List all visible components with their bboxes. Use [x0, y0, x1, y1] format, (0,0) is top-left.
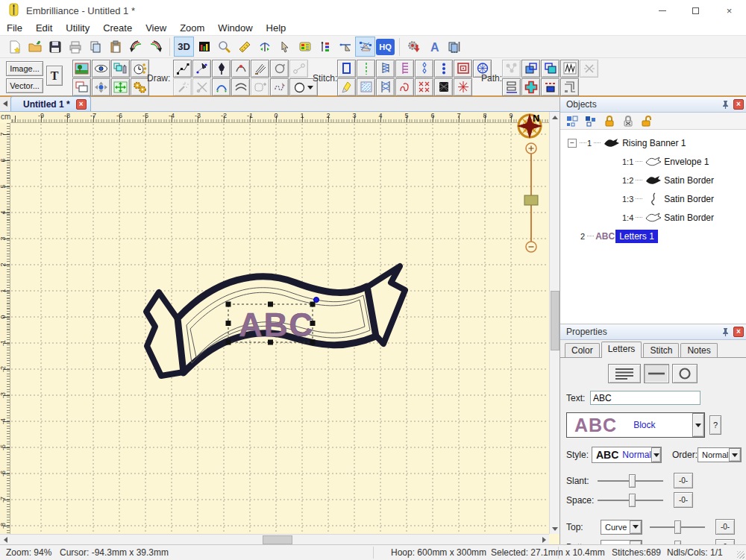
cross-stitch-button[interactable] [415, 78, 433, 96]
space-slider-thumb[interactable] [629, 494, 636, 507]
visibility-eye-button[interactable] [92, 60, 110, 78]
undo-button[interactable] [125, 37, 145, 57]
horizontal-scrollbar[interactable] [0, 534, 549, 544]
space-slider[interactable] [598, 494, 663, 507]
run-stitch-button[interactable] [357, 60, 375, 78]
knife-tool-button[interactable] [251, 60, 269, 78]
star-fill-button[interactable] [454, 78, 472, 96]
document-tab[interactable]: Untitled 1 * × [10, 96, 91, 111]
vertical-scrollbar[interactable] [549, 112, 560, 534]
machine-formats-button[interactable] [295, 37, 315, 57]
minimize-button[interactable] [645, 0, 679, 21]
outline-stitch-button[interactable] [337, 60, 356, 78]
design-canvas[interactable]: cm -9-8-7-6-5-4-3-2-10123456789 76543210… [0, 112, 560, 544]
meander-fill-button[interactable] [395, 78, 414, 96]
objects-close-button[interactable]: × [733, 99, 744, 110]
break-apart-button[interactable] [580, 60, 598, 78]
print-button[interactable] [65, 37, 85, 57]
unlock-button[interactable] [639, 114, 655, 128]
scroll-left-button[interactable] [0, 535, 10, 544]
zoom-magnifier-button[interactable] [214, 37, 234, 57]
design-letters[interactable]: ABC [239, 306, 314, 343]
menu-help[interactable]: Help [260, 22, 293, 34]
polyline-tool-button[interactable] [173, 60, 192, 78]
circle-layout-button[interactable] [672, 364, 698, 383]
tree-item-envelope-1[interactable]: 1:1Envelope 1 [595, 152, 746, 171]
multi-line-layout-button[interactable] [608, 364, 641, 383]
tab-close-button[interactable]: × [76, 99, 87, 110]
lettering-needle-button[interactable] [315, 37, 335, 57]
slant-slider[interactable] [598, 474, 663, 488]
tab-notes[interactable]: Notes [680, 343, 717, 358]
menu-edit[interactable]: Edit [29, 22, 59, 34]
connect-nodes-button[interactable] [289, 60, 308, 78]
open-design-button[interactable] [25, 37, 45, 57]
tree-item-rising-banner-1[interactable]: −1Rising Banner 1 [560, 133, 746, 152]
redo-button[interactable] [145, 37, 166, 57]
subtract-button[interactable] [541, 60, 560, 78]
stitch-edit-mesh-button[interactable] [355, 37, 375, 57]
font-help-button[interactable]: ? [709, 415, 721, 435]
save-button[interactable] [45, 37, 65, 57]
style-dropdown-button[interactable] [651, 447, 661, 462]
smooth-curves-button[interactable] [231, 78, 250, 96]
pin-button[interactable] [719, 326, 731, 338]
text-tool-button[interactable]: T [46, 66, 63, 86]
show-image-button[interactable] [72, 60, 91, 78]
menu-view[interactable]: View [139, 22, 173, 34]
letters-text-input[interactable] [590, 391, 700, 405]
group-nodes-button[interactable] [583, 114, 599, 128]
close-button[interactable]: × [712, 0, 746, 21]
menu-window[interactable]: Window [211, 22, 259, 34]
design-copy-needle-button[interactable] [444, 37, 464, 57]
top-slider-thumb[interactable] [674, 520, 681, 534]
paste-button[interactable] [105, 37, 125, 57]
motif-stitch-button[interactable] [415, 60, 433, 78]
expand-nodes-button[interactable] [564, 114, 580, 128]
collapse-toggle[interactable]: − [568, 139, 577, 148]
color-bar-chart-button[interactable] [194, 37, 214, 57]
underlay-button[interactable] [541, 78, 560, 96]
resize-grip[interactable] [737, 551, 745, 559]
lock-hidden-button[interactable] [620, 114, 636, 128]
order-dropdown-button[interactable] [729, 448, 741, 462]
highlight-stitch-button[interactable] [337, 78, 356, 96]
horizontal-scroll-thumb[interactable] [263, 535, 292, 544]
stitch-density-button[interactable] [254, 37, 275, 57]
select-pointer-button[interactable] [275, 37, 295, 57]
merge-shape-button[interactable] [251, 78, 269, 96]
top-reset-button[interactable]: -0- [715, 519, 735, 535]
tree-item-satin-border[interactable]: 1:4Satin Border [595, 208, 746, 227]
new-design-button[interactable] [4, 37, 25, 57]
selection-box[interactable] [228, 304, 313, 342]
spiral-fill-button[interactable] [454, 60, 472, 78]
slant-slider-thumb[interactable] [629, 474, 636, 488]
scroll-down-button[interactable] [550, 523, 560, 534]
design-properties-button[interactable] [111, 60, 130, 78]
blue-arc-button[interactable] [212, 78, 231, 96]
tree-item-satin-border[interactable]: 1:2Satin Border [595, 171, 746, 189]
tree-item-satin-border[interactable]: 1:3Satin Border [595, 189, 746, 208]
menu-zoom[interactable]: Zoom [173, 22, 211, 34]
lock-button[interactable] [601, 114, 618, 128]
maximize-button[interactable] [679, 0, 712, 21]
stitch-select-button[interactable] [335, 37, 355, 57]
add-point-pen-button[interactable] [192, 60, 211, 78]
tree-item-letters-1[interactable]: 2ABCLetters 1 [560, 227, 746, 245]
light-fill-button[interactable] [357, 78, 375, 96]
design-import-gear-button[interactable] [404, 37, 424, 57]
pin-button[interactable] [719, 98, 731, 110]
tab-letters[interactable]: Letters [601, 342, 642, 358]
slant-reset-button[interactable]: -0- [674, 473, 693, 488]
canvas-zoom-slider[interactable] [524, 143, 538, 252]
vertical-scroll-thumb[interactable] [551, 291, 560, 350]
menu-file[interactable]: File [0, 22, 29, 34]
freehand-loop-button[interactable] [270, 60, 289, 78]
pattern-fill-button[interactable] [434, 78, 453, 96]
tab-stitch[interactable]: Stitch [643, 343, 679, 358]
blanket-stitch-button[interactable] [395, 60, 414, 78]
zigzag-ww-button[interactable] [560, 60, 579, 78]
cut-path-button[interactable] [192, 78, 211, 96]
top-slider[interactable] [650, 520, 705, 534]
satin-zigzag-button[interactable] [376, 60, 395, 78]
